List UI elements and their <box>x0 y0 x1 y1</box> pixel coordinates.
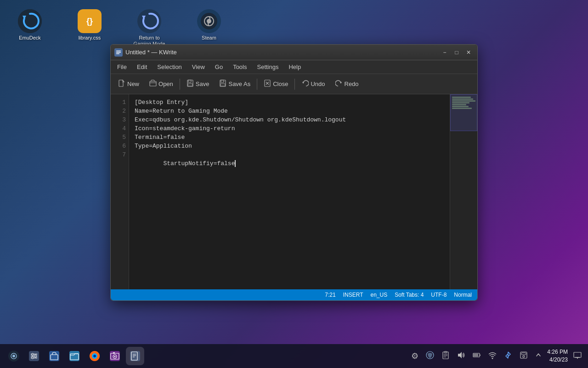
save-button[interactable]: Save <box>182 77 214 91</box>
svg-marker-24 <box>340 82 342 84</box>
svg-marker-58 <box>458 352 462 358</box>
kwrite-window: Untitled * — KWrite − □ ✕ File Edit Sele… <box>110 44 478 301</box>
window-title: Untitled * — KWrite <box>125 49 177 56</box>
minimap-content <box>450 94 477 111</box>
menu-go[interactable]: Go <box>210 62 227 72</box>
close-doc-button[interactable]: Close <box>259 77 293 91</box>
svg-rect-9 <box>116 52 121 53</box>
taskbar-editor-icon[interactable] <box>126 347 144 365</box>
menu-tools[interactable]: Tools <box>228 62 251 72</box>
line-num-6: 6 <box>115 142 126 150</box>
redo-label: Redo <box>345 80 359 87</box>
open-button[interactable]: Open <box>145 77 178 91</box>
menu-edit[interactable]: Edit <box>132 62 152 72</box>
taskbar-show-desktop[interactable] <box>571 349 583 363</box>
taskbar-clock[interactable]: 4:26 PM 4/20/23 <box>547 348 568 364</box>
minimap-line-1 <box>452 97 471 98</box>
minimize-button[interactable]: − <box>440 47 450 58</box>
undo-icon <box>301 80 309 88</box>
desktop-icon-library-css[interactable]: {} library.css <box>71 9 108 41</box>
editor-line-7: StartupNotifiy=false <box>135 150 444 159</box>
save-as-icon: + <box>219 80 226 88</box>
desktop-icon-emudeck-label: EmuDeck <box>19 35 41 41</box>
svg-rect-64 <box>521 353 526 355</box>
minimap-line-4 <box>452 102 469 104</box>
line-num-2: 2 <box>115 107 126 115</box>
taskbar-settings-icon[interactable] <box>25 347 43 365</box>
line-num-7: 7 <box>115 150 126 159</box>
status-locale: en_US <box>370 292 387 298</box>
status-encoding: UTF-8 <box>431 292 447 298</box>
svg-rect-18 <box>220 84 225 86</box>
taskbar-steam-icon[interactable] <box>5 347 23 365</box>
maximize-button[interactable]: □ <box>452 47 462 58</box>
desktop-icon-steam[interactable]: Steam <box>191 9 227 41</box>
editor-line-1: [Desktop Entry] <box>135 98 444 107</box>
svg-text:+: + <box>223 80 225 83</box>
title-bar-controls: − □ ✕ <box>440 47 474 58</box>
editor-line-6: Type=Application <box>135 142 444 150</box>
clock-time: 4:26 PM <box>547 348 568 356</box>
svg-rect-12 <box>150 81 156 86</box>
title-bar-left: Untitled * — KWrite <box>114 48 177 57</box>
taskbar-files-icon[interactable] <box>65 347 84 365</box>
minimap <box>450 94 477 289</box>
editor-content[interactable]: [Desktop Entry] Name=Return to Gaming Mo… <box>129 94 450 289</box>
taskbar-sys-clipboard[interactable] <box>440 349 452 363</box>
save-as-label: Save As <box>228 80 250 87</box>
svg-point-45 <box>114 356 116 357</box>
menu-selection[interactable]: Selection <box>153 62 186 72</box>
taskbar-right: ⚙ 4:26 P <box>409 348 583 364</box>
new-button[interactable]: New <box>113 77 144 91</box>
svg-point-27 <box>12 355 15 357</box>
taskbar-sys-storage[interactable] <box>518 349 530 363</box>
kwrite-app-icon <box>114 48 123 57</box>
minimap-line-5 <box>452 104 466 105</box>
taskbar-store-icon[interactable] <box>45 347 63 365</box>
menu-file[interactable]: File <box>113 62 131 72</box>
toolbar-sep-1 <box>180 79 180 90</box>
status-indent: Soft Tabs: 4 <box>395 292 424 298</box>
svg-point-65 <box>523 356 525 357</box>
svg-point-33 <box>34 355 36 357</box>
svg-rect-46 <box>113 352 115 354</box>
minimap-line-7 <box>452 108 472 109</box>
status-position: 7:21 <box>325 292 335 298</box>
undo-label: Undo <box>311 80 325 87</box>
svg-rect-61 <box>474 354 478 356</box>
minimap-line-6 <box>452 106 469 107</box>
taskbar-sys-expand[interactable] <box>533 350 543 362</box>
taskbar-sys-wifi[interactable] <box>486 349 498 363</box>
taskbar-sys-volume[interactable] <box>455 349 467 363</box>
status-bar: 7:21 INSERT en_US Soft Tabs: 4 UTF-8 Nor… <box>111 289 477 300</box>
taskbar-sys-battery[interactable] <box>471 349 483 363</box>
editor-area[interactable]: 1 2 3 4 5 6 7 [Desktop Entry] Name=Retur… <box>111 94 477 289</box>
menu-view[interactable]: View <box>187 62 209 72</box>
redo-button[interactable]: Redo <box>331 77 363 91</box>
menu-help[interactable]: Help <box>284 62 305 72</box>
title-bar: Untitled * — KWrite − □ ✕ <box>111 45 477 60</box>
toolbar-sep-2 <box>257 79 257 90</box>
svg-rect-14 <box>188 80 191 82</box>
menu-settings[interactable]: Settings <box>253 62 283 72</box>
undo-button[interactable]: Undo <box>297 77 329 91</box>
taskbar-sys-steam[interactable]: ⚙ <box>409 349 420 363</box>
svg-rect-15 <box>188 84 192 86</box>
taskbar-sys-bluetooth[interactable] <box>502 349 514 363</box>
taskbar-sys-audio[interactable] <box>424 349 436 363</box>
minimap-line-3 <box>452 100 475 102</box>
close-button[interactable]: ✕ <box>464 47 474 58</box>
desktop-icon-emudeck[interactable]: EmuDeck <box>11 9 48 41</box>
save-as-button[interactable]: + Save As <box>215 77 255 91</box>
svg-rect-60 <box>480 355 481 356</box>
taskbar-screenshot-icon[interactable] <box>106 347 124 365</box>
svg-point-32 <box>32 353 34 355</box>
svg-rect-8 <box>116 51 121 52</box>
desktop-icon-return[interactable]: Return to Gaming Mode <box>131 9 168 47</box>
clock-date: 4/20/23 <box>547 356 568 364</box>
menu-bar: File Edit Selection View Go Tools Settin… <box>111 60 477 74</box>
open-label: Open <box>158 80 173 87</box>
taskbar-firefox-icon[interactable] <box>85 347 104 365</box>
taskbar: ⚙ 4:26 P <box>0 344 588 368</box>
line-num-4: 4 <box>115 124 126 133</box>
